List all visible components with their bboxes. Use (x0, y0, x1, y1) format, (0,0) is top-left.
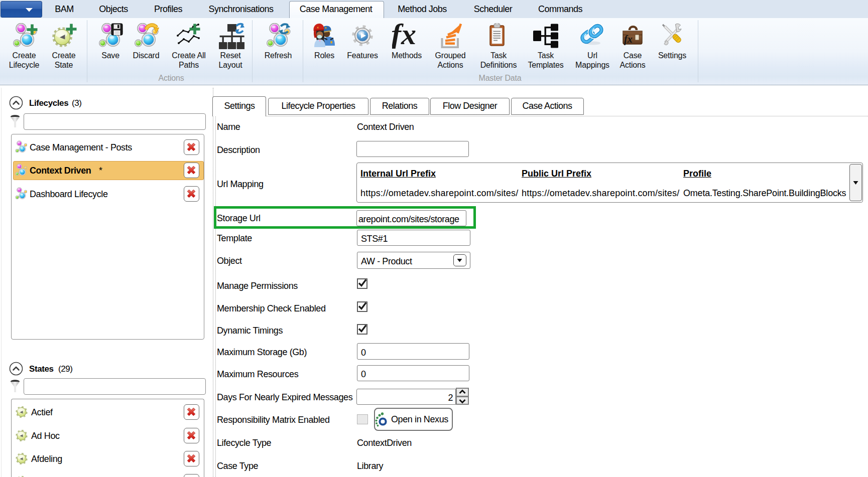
svg-text:fx: fx (392, 22, 416, 49)
svg-text:fx: fx (624, 34, 633, 45)
